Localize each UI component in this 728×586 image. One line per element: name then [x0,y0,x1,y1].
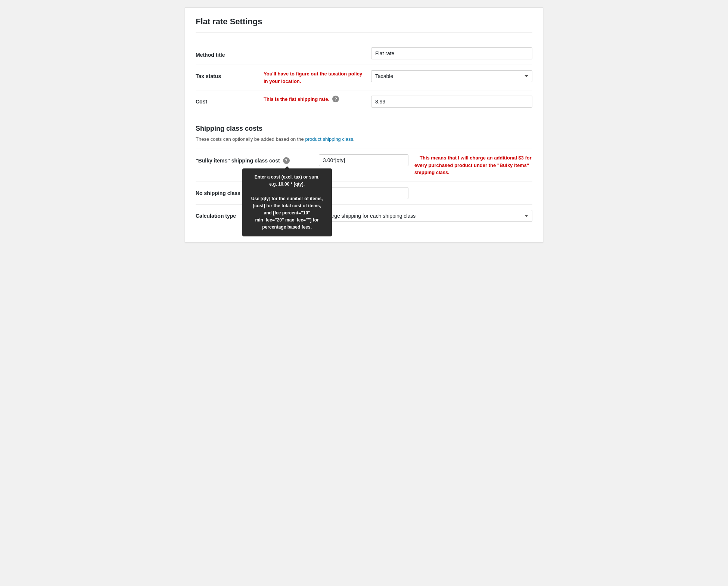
page-title: Flat rate Settings [196,17,532,33]
tooltip-line8: percentage based fees. [262,224,312,230]
shipping-class-desc-after: . [353,136,355,142]
shipping-class-desc: These costs can optionally be added base… [196,136,532,142]
tooltip-line4: Use [qty] for the number of items, [251,196,323,201]
tax-status-select[interactable]: Taxable None [371,70,532,82]
tax-status-annotation-col: You'll have to figure out the taxation p… [259,70,371,85]
shipping-class-section-title: Shipping class costs [196,125,532,133]
bulky-items-help-icon[interactable]: ? [283,157,290,164]
tooltip-line7: min_fee="20" max_fee=""] for [255,217,319,223]
calculation-type-label: Calculation type [196,213,236,219]
tax-status-annotation: You'll have to figure out the taxation p… [264,70,367,85]
page-container: Flat rate Settings Method title Tax stat… [185,7,543,242]
cost-label: Cost [196,96,259,105]
method-title-input[interactable] [371,47,532,59]
cost-row: Cost This is the flat shipping rate. ? [196,90,532,113]
bulky-items-help-wrapper: ? Enter a cost (excl. tax) or sum, e.g. … [283,157,291,164]
product-shipping-class-link[interactable]: product shipping class [305,136,353,142]
shipping-class-desc-before: These costs can optionally be added base… [196,136,305,142]
cost-annotation-col: This is the flat shipping rate. ? [259,96,371,103]
method-title-field [371,47,532,59]
tax-status-field: Taxable None [371,70,532,82]
cost-field [371,96,532,108]
calculation-type-select[interactable]: Charge shipping for each shipping class … [319,210,532,222]
tax-status-label: Tax status [196,70,259,79]
tooltip-line1: Enter a cost (excl. tax) or sum, [255,174,320,180]
cost-annotation: This is the flat shipping rate. [264,96,329,103]
calculation-type-input-col: Charge shipping for each shipping class … [319,210,532,222]
tooltip-line6: and [fee percent="10" [264,210,310,216]
cost-input[interactable] [371,96,532,108]
bulky-items-input[interactable] [319,154,408,166]
tooltip-line5: [cost] for the total cost of items, [253,203,321,208]
bulky-items-annotation: This means that I will charge an additio… [414,155,532,175]
no-shipping-class-input[interactable] [319,187,408,199]
method-title-label: Method title [196,49,259,58]
no-shipping-class-input-col [319,187,408,199]
bulky-items-label: "Bulky items" shipping class cost [196,158,280,164]
cost-help-icon[interactable]: ? [332,96,339,102]
bulky-items-label-col: "Bulky items" shipping class cost ? Ente… [196,154,319,164]
bulky-items-row: "Bulky items" shipping class cost ? Ente… [196,149,532,182]
bulky-items-input-col [319,154,408,166]
bulky-items-tooltip: Enter a cost (excl. tax) or sum, e.g. 10… [242,168,332,236]
method-title-row: Method title [196,42,532,65]
bulky-items-annotation-col: This means that I will charge an additio… [408,154,532,176]
tooltip-line2: e.g. 10.00 * [qty]. [269,182,305,187]
tax-status-row: Tax status You'll have to figure out the… [196,65,532,90]
